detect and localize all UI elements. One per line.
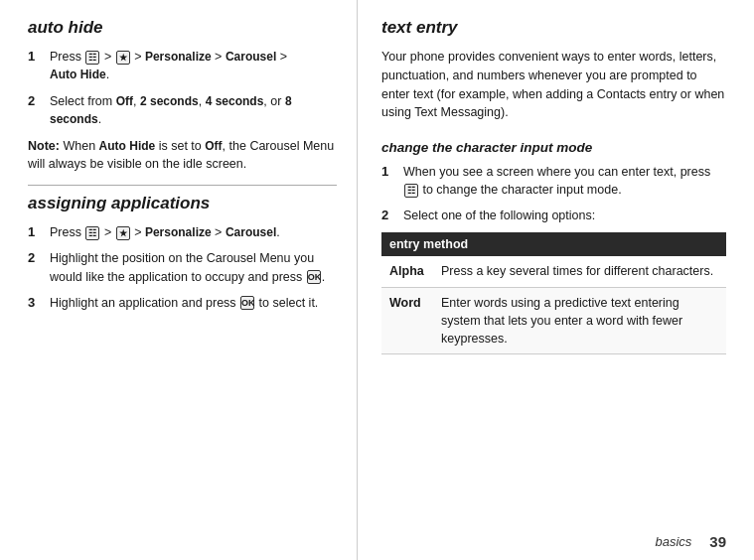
auto-hide-title: auto hide <box>28 18 337 38</box>
settings-icon: ★ <box>116 51 130 65</box>
menu-icon: ☷ <box>85 51 99 65</box>
menu-icon-2: ☷ <box>85 226 99 240</box>
text-entry-title: text entry <box>381 18 726 38</box>
section-divider <box>28 185 337 186</box>
right-step-text-2: Select one of the following options: <box>403 207 726 224</box>
table-row: Word Enter words using a predictive text… <box>381 287 726 353</box>
assigning-apps-title: assigning applications <box>28 194 337 213</box>
table-header: entry method <box>381 232 726 256</box>
step-1-autohide: 1 Press ☷ > ★ > Personalize > Carousel >… <box>28 48 337 84</box>
step-text-2: Select from Off, 2 seconds, 4 seconds, o… <box>50 92 337 129</box>
input-mode-icon: ☷ <box>404 184 418 198</box>
footer-label: basics <box>655 534 691 549</box>
settings-icon-2: ★ <box>116 226 130 240</box>
assign-step-text-1: Press ☷ > ★ > Personalize > Carousel. <box>50 223 337 241</box>
step-2-assign: 2 Highlight the position on the Carousel… <box>28 249 337 285</box>
right-step-text-1: When you see a screen where you can ente… <box>403 163 726 199</box>
right-step-2: 2 Select one of the following options: <box>381 207 726 224</box>
footer-page: 39 <box>709 533 726 550</box>
table-cell-method-word: Word <box>381 287 433 353</box>
ok-icon-2: OK <box>240 296 254 310</box>
assign-step-num-3: 3 <box>28 295 46 310</box>
table-cell-desc-alpha: Press a key several times for different … <box>433 256 726 287</box>
step-2-autohide: 2 Select from Off, 2 seconds, 4 seconds,… <box>28 92 337 129</box>
ok-icon: OK <box>307 270 321 284</box>
right-column: text entry Your phone provides convenien… <box>358 0 754 560</box>
step-num-1: 1 <box>28 49 46 64</box>
right-step-1: 1 When you see a screen where you can en… <box>381 163 726 199</box>
change-input-mode-title: change the character input mode <box>381 140 726 155</box>
step-3-assign: 3 Highlight an application and press OK … <box>28 294 337 312</box>
step-text-1: Press ☷ > ★ > Personalize > Carousel > A… <box>50 48 337 84</box>
assign-step-num-2: 2 <box>28 250 46 265</box>
table-cell-desc-word: Enter words using a predictive text ente… <box>433 287 726 353</box>
right-step-num-1: 1 <box>381 164 399 179</box>
step-1-assign: 1 Press ☷ > ★ > Personalize > Carousel. <box>28 223 337 241</box>
table-cell-method-alpha: Alpha <box>381 256 433 287</box>
auto-hide-note: Note: When Auto Hide is set to Off, the … <box>28 137 337 174</box>
step-num-2: 2 <box>28 93 46 108</box>
table-row: Alpha Press a key several times for diff… <box>381 256 726 287</box>
entry-method-table: entry method Alpha Press a key several t… <box>381 232 726 354</box>
assign-step-text-2: Highlight the position on the Carousel M… <box>50 249 337 285</box>
footer: basics 39 <box>655 533 726 550</box>
text-entry-intro: Your phone provides convenient ways to e… <box>381 48 726 122</box>
assign-step-num-1: 1 <box>28 224 46 239</box>
left-column: auto hide 1 Press ☷ > ★ > Personalize > … <box>0 0 358 560</box>
right-step-num-2: 2 <box>381 208 399 222</box>
assign-step-text-3: Highlight an application and press OK to… <box>50 294 337 312</box>
